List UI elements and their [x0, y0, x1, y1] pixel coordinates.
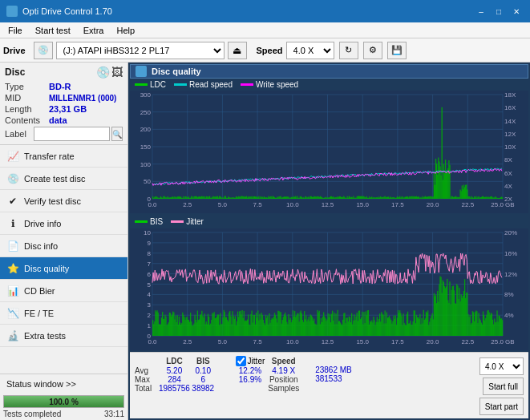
- stats-bar: LDC BIS Jitter Speed: [130, 352, 528, 418]
- disc-title: Disc: [5, 67, 25, 78]
- menu-start-test[interactable]: Start test: [30, 22, 75, 38]
- menu-help[interactable]: Help: [111, 22, 140, 38]
- label-input[interactable]: [34, 127, 110, 141]
- label-icon-btn[interactable]: 🔍: [111, 127, 123, 141]
- total-ldc: 1985756: [159, 384, 190, 393]
- avg-bis: 0.10: [190, 366, 216, 375]
- maximize-button[interactable]: □: [492, 4, 506, 18]
- type-label: Type: [5, 82, 49, 91]
- close-button[interactable]: ✕: [509, 4, 524, 18]
- drive-icon-btn[interactable]: 💿: [34, 42, 53, 59]
- upper-chart: [130, 91, 528, 215]
- status-text-row: Tests completed 33:11: [0, 410, 127, 420]
- settings-icon[interactable]: ⚙: [363, 42, 382, 59]
- sidebar-item-verify-test-disc[interactable]: ✔ Verify test disc: [0, 190, 127, 212]
- samples-value: 381533: [315, 374, 352, 383]
- disc-quality-icon: ⭐: [6, 262, 19, 275]
- bis-legend-bar: BIS Jitter: [130, 216, 528, 227]
- sidebar-item-create-test-disc[interactable]: 💿 Create test disc: [0, 168, 127, 190]
- avg-jitter: 12.2%: [233, 366, 269, 375]
- minimize-button[interactable]: –: [474, 4, 488, 18]
- speed-select[interactable]: 4.0 X: [286, 42, 334, 59]
- avg-ldc: 5.20: [159, 366, 190, 375]
- ldc-header: LDC: [159, 356, 190, 366]
- length-label: Length: [5, 104, 49, 114]
- status-window-label: Status window >>: [6, 379, 76, 389]
- menu-bar: File Start test Extra Help: [0, 22, 530, 38]
- jitter-checkbox[interactable]: [236, 356, 246, 366]
- status-window-button[interactable]: Status window >>: [0, 374, 127, 394]
- disc-label-row: Label 🔍: [5, 127, 123, 141]
- max-ldc: 284: [159, 375, 190, 384]
- sidebar: Disc 💿 🖼 Type BD-R MID MILLENMR1 (000) L…: [0, 63, 128, 420]
- stats-row-avg: Avg 5.20 0.10 12.2% 4.19 X: [135, 366, 299, 375]
- total-label: Total: [135, 384, 159, 393]
- upper-chart-canvas: [130, 91, 528, 213]
- fe-te-icon: 📉: [6, 307, 19, 320]
- app-icon: [6, 6, 18, 17]
- nav-label-disc-info: Disc info: [24, 241, 58, 251]
- legend-write-speed: Write speed: [241, 80, 298, 89]
- max-bis: 6: [190, 375, 216, 384]
- stats-row-total: Total 1985756 38982 Samples: [135, 384, 299, 393]
- mid-value: MILLENMR1 (000): [49, 94, 116, 103]
- disc-length-row: Length 23,31 GB: [5, 104, 123, 114]
- jitter-color: [171, 220, 184, 223]
- content-area: Disc quality LDC Read speed Write speed: [128, 63, 530, 420]
- drive-select[interactable]: (J:) ATAPI iHBS312 2 PL17: [56, 42, 225, 59]
- sidebar-item-extra-tests[interactable]: 🔬 Extra tests: [0, 325, 127, 347]
- sidebar-item-disc-info[interactable]: 📄 Disc info: [0, 235, 127, 257]
- nav-label-transfer-rate: Transfer rate: [24, 151, 75, 161]
- sidebar-item-fe-te[interactable]: 📉 FE / TE: [0, 302, 127, 325]
- cd-bier-icon: 📊: [6, 285, 19, 297]
- status-right: 33:11: [104, 410, 124, 418]
- avg-label: Avg: [135, 366, 159, 375]
- lower-chart-canvas: [130, 228, 528, 350]
- label-label: Label: [5, 129, 32, 139]
- legend-write-speed-label: Write speed: [256, 80, 298, 89]
- write-speed-color: [241, 83, 253, 86]
- transfer-rate-icon: 📈: [6, 150, 19, 163]
- legend-ldc: LDC: [135, 80, 166, 89]
- legend-ldc-label: LDC: [150, 80, 166, 89]
- status-section: Status window >> 100.0 % Tests completed…: [0, 374, 127, 420]
- disc-contents-row: Contents data: [5, 115, 123, 125]
- sidebar-item-disc-quality[interactable]: ⭐ Disc quality: [0, 257, 127, 280]
- disc-type-row: Type BD-R: [5, 82, 123, 91]
- save-icon[interactable]: 💾: [387, 42, 407, 59]
- mid-label: MID: [5, 93, 49, 103]
- bis-color: [135, 220, 148, 223]
- nav-label-disc-quality: Disc quality: [24, 264, 69, 273]
- disc-quality-header: Disc quality: [130, 64, 528, 79]
- lower-chart: [130, 228, 528, 352]
- speed-action-select[interactable]: 4.0 X: [479, 357, 524, 375]
- disc-icon-1[interactable]: 💿: [96, 66, 110, 79]
- stats-table: LDC BIS Jitter Speed: [135, 356, 299, 393]
- refresh-icon[interactable]: ↻: [339, 42, 358, 59]
- progress-text: 100.0 %: [4, 396, 123, 407]
- drive-bar: Drive 💿 (J:) ATAPI iHBS312 2 PL17 ⏏ Spee…: [0, 38, 530, 63]
- legend-jitter: Jitter: [171, 217, 204, 226]
- legend-read-speed: Read speed: [174, 80, 233, 89]
- position-label: Position: [269, 375, 298, 384]
- eject-button[interactable]: ⏏: [228, 42, 247, 59]
- legend-jitter-label: Jitter: [186, 217, 204, 226]
- drive-info-icon: ℹ: [6, 217, 19, 230]
- app-title: Opti Drive Control 1.70: [22, 6, 112, 16]
- contents-label: Contents: [5, 115, 49, 125]
- max-label: Max: [135, 375, 159, 384]
- title-bar: Opti Drive Control 1.70 – □ ✕: [0, 0, 530, 22]
- menu-extra[interactable]: Extra: [79, 22, 109, 38]
- nav-label-verify-test-disc: Verify test disc: [24, 196, 81, 206]
- sidebar-item-cd-bier[interactable]: 📊 CD Bier: [0, 280, 127, 302]
- type-value: BD-R: [49, 82, 71, 91]
- max-jitter: 16.9%: [233, 375, 269, 384]
- sidebar-item-drive-info[interactable]: ℹ Drive info: [0, 212, 127, 235]
- jitter-checkbox-label[interactable]: Jitter: [236, 356, 265, 366]
- start-full-button[interactable]: Start full: [483, 378, 524, 395]
- disc-icon-2[interactable]: 🖼: [111, 66, 123, 79]
- start-part-button[interactable]: Start part: [479, 398, 524, 415]
- menu-file[interactable]: File: [3, 22, 27, 38]
- sidebar-item-transfer-rate[interactable]: 📈 Transfer rate: [0, 145, 127, 168]
- create-test-disc-icon: 💿: [6, 172, 19, 185]
